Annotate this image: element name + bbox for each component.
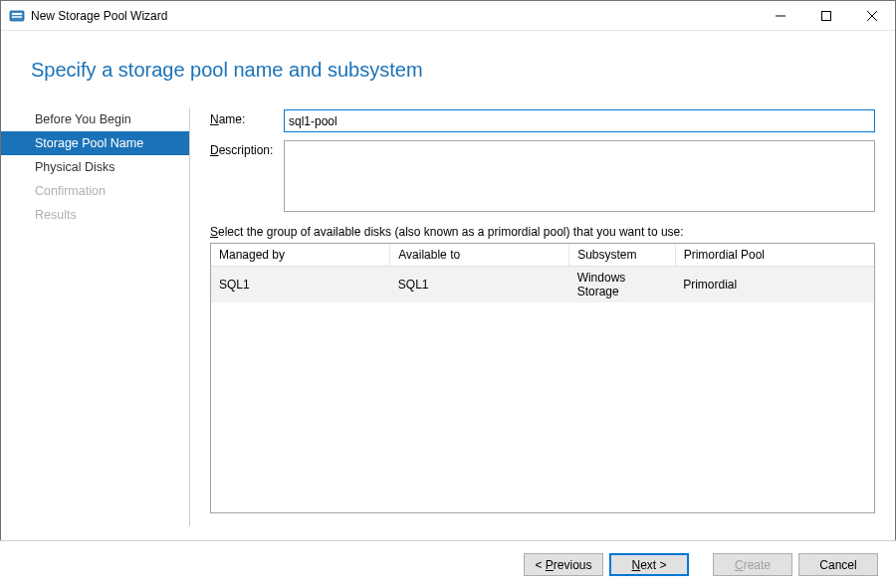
name-row: Name: /* fix: replace label with proper … (210, 109, 875, 132)
cell-primordial: Primordial (675, 267, 874, 303)
maximize-button[interactable] (803, 1, 849, 30)
wizard-steps-sidebar: Before You Begin Storage Pool Name Physi… (1, 101, 190, 513)
step-physical-disks[interactable]: Physical Disks (1, 155, 190, 179)
table-header-row: Managed by Available to Subsystem Primor… (211, 244, 874, 267)
description-input[interactable] (284, 140, 875, 212)
window-title: New Storage Pool Wizard (31, 9, 758, 23)
col-primordial[interactable]: Primordial Pool (675, 244, 874, 267)
step-storage-pool-name[interactable]: Storage Pool Name (1, 131, 190, 155)
content-area: Before You Begin Storage Pool Name Physi… (1, 101, 895, 513)
step-before-you-begin[interactable]: Before You Begin (1, 107, 190, 131)
col-managed-by[interactable]: Managed by (211, 244, 390, 267)
col-available-to[interactable]: Available to (390, 244, 569, 267)
page-heading: Specify a storage pool name and subsyste… (1, 31, 895, 101)
svg-rect-4 (822, 11, 831, 20)
titlebar: New Storage Pool Wizard (1, 1, 895, 31)
description-row: Description: (210, 140, 875, 215)
cell-managed-by: SQL1 (211, 267, 390, 303)
close-button[interactable] (849, 1, 895, 30)
cell-subsystem: Windows Storage (569, 267, 676, 303)
app-icon (9, 8, 25, 24)
cancel-button[interactable]: Cancel (798, 553, 878, 576)
name-label: Name: (210, 109, 284, 132)
next-button[interactable]: Next > (609, 553, 689, 576)
col-subsystem[interactable]: Subsystem (569, 244, 676, 267)
cell-available-to: SQL1 (390, 267, 569, 303)
create-button: Create (713, 553, 792, 576)
window-controls (758, 1, 895, 30)
name-input[interactable] (284, 109, 875, 132)
table-row[interactable]: SQL1 SQL1 Windows Storage Primordial (211, 267, 874, 303)
form-area: Name: /* fix: replace label with proper … (190, 101, 895, 513)
step-results: Results (1, 203, 190, 227)
step-confirmation: Confirmation (1, 179, 190, 203)
minimize-button[interactable] (758, 1, 803, 30)
description-label: Description: (210, 140, 284, 215)
svg-rect-1 (12, 13, 22, 15)
svg-rect-2 (12, 16, 22, 18)
previous-button[interactable]: < Previous (524, 553, 603, 576)
wizard-footer: < Previous Next > Create Cancel (0, 540, 896, 588)
disk-group-table[interactable]: Managed by Available to Subsystem Primor… (210, 243, 875, 513)
disk-group-label: Select the group of available disks (als… (210, 225, 875, 239)
